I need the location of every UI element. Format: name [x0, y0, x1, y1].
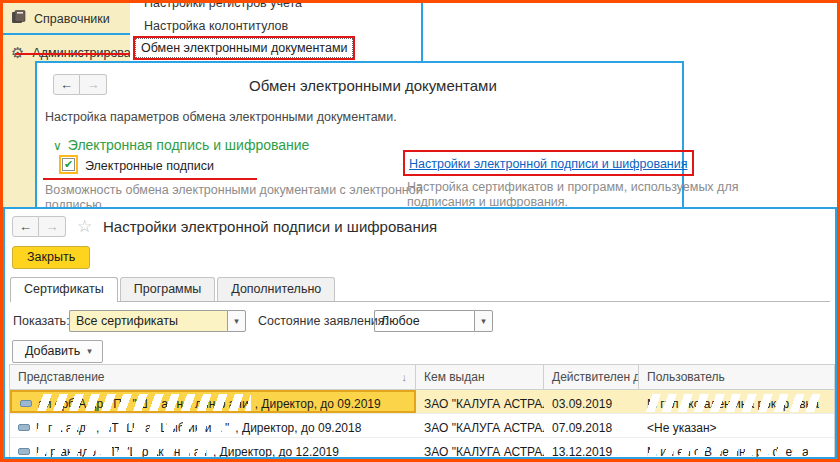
dropdown-button[interactable]: ▾: [227, 310, 246, 332]
cell-representation[interactable]: Ш р ак ндр , ПТ "Ц р ак ин и ан , Директ…: [10, 438, 416, 459]
tab-additional[interactable]: Дополнительно: [217, 277, 335, 301]
tab-bar: Сертификаты Программы Дополнительно: [10, 277, 830, 302]
chevron-down-icon: ▾: [234, 316, 239, 326]
annotation-underline-admin: [15, 53, 130, 55]
hint-line: Возможность обмена электронными документ…: [45, 183, 423, 198]
show-filter-label: Показать:: [13, 314, 70, 328]
state-filter-label: Состояние заявления:: [258, 314, 388, 328]
dropdown-button[interactable]: ▾: [474, 310, 493, 332]
certificate-name: Ш р ак ндр , ПТ "Ц р ак ин и ан: [36, 445, 207, 459]
certificate-name: ай ерб А др , ПТ "Ш р ак ны лин о ани: [38, 397, 249, 411]
forward-icon: →: [46, 219, 59, 234]
combo-value[interactable]: Все сертификаты: [69, 310, 227, 332]
signature-settings-link[interactable]: Настройки электронной подписи и шифрован…: [409, 157, 688, 171]
chevron-down-icon: ∨: [53, 139, 62, 153]
close-button[interactable]: Закрыть: [12, 246, 90, 269]
cell-valid-until[interactable]: 13.12.2019: [544, 438, 639, 459]
chevron-down-icon: ▾: [481, 316, 486, 326]
table-row[interactable]: И г а андр , ПТ "Це ак Цыб ин и К ", Дир…: [10, 414, 834, 438]
table-row[interactable]: ай ерб А др , ПТ "Ш р ак ны лин о ани , …: [10, 390, 834, 414]
menu-item-exchange-documents[interactable]: Обмен электронными документами: [135, 38, 353, 58]
sort-descending-icon: ↓: [402, 371, 408, 383]
certificate-name-suffix: , Директор, до 09.2019: [255, 397, 381, 411]
cell-representation[interactable]: И г а андр , ПТ "Це ак Цыб ин и К ", Дир…: [10, 414, 416, 437]
cell-issuer[interactable]: ЗАО "КАЛУГА АСТРАЛ": [416, 438, 544, 459]
nav-buttons: ← →: [12, 216, 66, 237]
forward-button[interactable]: →: [80, 74, 107, 95]
sidebar-item-spravochniki[interactable]: Справочники: [3, 3, 130, 35]
certificate-icon: [18, 445, 30, 459]
link-hint: Настройка сертификатов и программ, испол…: [407, 180, 738, 210]
nav-buttons: ← →: [53, 74, 107, 95]
table-header: Представление ↓ Кем выдан Действителен д…: [10, 365, 834, 390]
certificate-name-suffix: , Директор, до 12.2019: [213, 445, 339, 459]
user-name: М гил нко ален ина рок ф евна: [647, 397, 819, 411]
chevron-down-icon: ▾: [87, 346, 92, 356]
back-icon: ←: [60, 77, 73, 92]
column-label: Представление: [18, 370, 105, 384]
annotation-box-checkbox: ✔: [59, 155, 78, 174]
add-button[interactable]: Добавить ▾: [12, 340, 103, 363]
cell-issuer[interactable]: ЗАО "КАЛУГА АСТРАЛ": [416, 414, 544, 437]
certificate-name-suffix: , Директор, до 09.2018: [235, 421, 361, 435]
cell-representation[interactable]: ай ерб А др , ПТ "Ш р ак ны лин о ани , …: [10, 390, 416, 413]
column-header-representation[interactable]: Представление ↓: [10, 365, 416, 389]
cell-user[interactable]: <Не указан>: [639, 414, 834, 437]
books-icon: [11, 10, 26, 27]
administration-submenu: Настройки регистров учета Настройка коло…: [130, 3, 423, 61]
page-title: Настройки электронной подписи и шифрован…: [103, 218, 437, 235]
electronic-signatures-checkbox[interactable]: ✔: [62, 158, 75, 171]
favorite-star-icon[interactable]: ☆: [77, 218, 92, 235]
cell-valid-until[interactable]: 03.09.2019: [544, 390, 639, 413]
signature-settings-window: ← → ☆ Настройки электронной подписи и ши…: [3, 207, 837, 459]
combo-value[interactable]: Любое: [374, 310, 474, 332]
hint-line: Настройка сертификатов и программ, испол…: [407, 180, 738, 195]
certificate-icon: [18, 421, 30, 435]
certificate-icon: [20, 397, 32, 411]
section-header-signature[interactable]: ∨Электронная подпись и шифрование: [53, 137, 309, 153]
cell-user[interactable]: М гил нко ален ина рок ф евна: [639, 390, 834, 413]
checkbox-label[interactable]: Электронные подписи: [85, 159, 214, 173]
annotation-box-settings-link: Настройки электронной подписи и шифрован…: [403, 150, 694, 176]
annotation-underline-checkbox: [43, 178, 257, 180]
page-title: Обмен электронными документами: [249, 77, 497, 94]
check-icon: ✔: [64, 159, 73, 170]
cell-issuer[interactable]: ЗАО "КАЛУГА АСТРАЛ": [416, 390, 544, 413]
menu-item-registry-settings[interactable]: Настройки регистров учета: [144, 3, 302, 10]
tab-certificates[interactable]: Сертификаты: [10, 277, 118, 302]
forward-icon: →: [87, 77, 100, 92]
screenshot-canvas: Справочники ⚙ Администрирование Настройк…: [0, 0, 840, 462]
cell-user[interactable]: М ил ен о В ле ина ро ф ев а: [639, 438, 834, 459]
certificate-name: И г а андр , ПТ "Це ак Цыб ин и К ": [36, 421, 229, 435]
state-filter-combobox[interactable]: Любое ▾: [374, 310, 493, 332]
certificates-table: Представление ↓ Кем выдан Действителен д…: [9, 364, 835, 459]
user-name: М ил ен о В ле ина ро ф ев а: [647, 445, 809, 459]
window-description: Настройка параметров обмена электронными…: [45, 110, 397, 124]
show-filter-combobox[interactable]: Все сертификаты ▾: [69, 310, 246, 332]
annotation-box-exchange-menu-item: Обмен электронными документами: [133, 36, 355, 60]
column-header-valid-until[interactable]: Действителен до: [544, 365, 639, 389]
column-header-user[interactable]: Пользователь: [639, 365, 834, 389]
add-button-label: Добавить: [25, 344, 80, 358]
exchange-documents-window: ← → Обмен электронными документами Настр…: [35, 61, 684, 213]
section-title: Электронная подпись и шифрование: [68, 137, 310, 153]
forward-button[interactable]: →: [39, 216, 66, 237]
back-button[interactable]: ←: [53, 74, 80, 95]
menu-item-kolontituly[interactable]: Настройка колонтитулов: [144, 19, 288, 33]
sidebar-item-label: Справочники: [34, 12, 110, 26]
cell-valid-until[interactable]: 07.09.2018: [544, 414, 639, 437]
tab-programs[interactable]: Программы: [120, 277, 216, 301]
back-button[interactable]: ←: [12, 216, 39, 237]
table-row[interactable]: Ш р ак ндр , ПТ "Ц р ак ин и ан , Директ…: [10, 438, 834, 459]
column-header-issuer[interactable]: Кем выдан: [416, 365, 544, 389]
back-icon: ←: [19, 219, 32, 234]
